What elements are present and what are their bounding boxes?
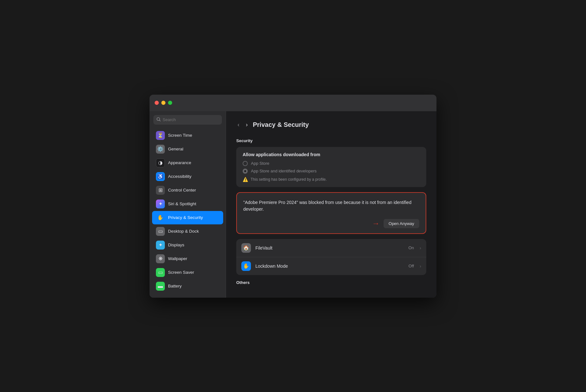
sidebar-item-displays[interactable]: ✦Displays: [152, 238, 223, 252]
main-content: ‹ › Privacy & Security Security Allow ap…: [226, 111, 436, 298]
radio-app-store-identified-label: App Store and identified developers: [251, 169, 317, 173]
close-button[interactable]: [155, 101, 159, 105]
minimize-button[interactable]: [161, 101, 165, 105]
lockdown-mode-icon: ✋: [241, 261, 251, 271]
sidebar-icon-general: ⚙️: [156, 145, 165, 154]
radio-app-store-circle[interactable]: [243, 161, 248, 166]
search-icon: [157, 117, 161, 123]
sidebar-label-appearance: Appearance: [168, 160, 191, 165]
radio-app-store-label: App Store: [251, 161, 269, 166]
sidebar-icon-battery: ▬: [156, 282, 165, 291]
sidebar: ⏳Screen Time⚙️General◑Appearance♿Accessi…: [150, 111, 226, 298]
radio-app-store[interactable]: App Store: [243, 161, 420, 166]
sidebar-item-battery[interactable]: ▬Battery: [152, 279, 223, 293]
sidebar-label-screen-time: Screen Time: [168, 133, 192, 138]
maximize-button[interactable]: [168, 101, 172, 105]
sidebar-label-desktop-dock: Desktop & Dock: [168, 229, 199, 234]
sidebar-item-siri-spotlight[interactable]: ✦Siri & Spotlight: [152, 197, 223, 211]
page-title: Privacy & Security: [253, 121, 309, 128]
blocked-app-message: "Adobe Premiere Pro 2024" was blocked fr…: [243, 199, 419, 213]
sidebar-icon-displays: ✦: [156, 241, 165, 250]
sidebar-icon-screen-saver: ▭: [156, 268, 165, 277]
sidebar-item-screen-time[interactable]: ⏳Screen Time: [152, 129, 223, 142]
sidebar-item-screen-saver[interactable]: ▭Screen Saver: [152, 266, 223, 279]
lockdown-mode-chevron: ›: [420, 264, 421, 269]
sidebar-item-privacy-security[interactable]: ✋Privacy & Security: [152, 211, 223, 224]
sidebar-icon-screen-time: ⏳: [156, 131, 165, 140]
svg-line-1: [159, 120, 160, 121]
sidebar-item-appearance[interactable]: ◑Appearance: [152, 156, 223, 170]
sidebar-label-control-center: Control Center: [168, 188, 196, 192]
back-arrow[interactable]: ‹: [236, 120, 241, 129]
sidebar-label-accessibility: Accessibility: [168, 174, 192, 179]
radio-app-store-identified-circle[interactable]: [243, 169, 248, 174]
arrow-indicator-icon: →: [372, 219, 380, 228]
profile-warning-text: This setting has been configured by a pr…: [251, 177, 327, 182]
search-input[interactable]: [163, 117, 219, 122]
sidebar-icon-desktop-dock: ▭: [156, 227, 165, 236]
forward-arrow[interactable]: ›: [245, 120, 249, 129]
sidebar-icon-siri-spotlight: ✦: [156, 200, 165, 208]
sidebar-label-siri-spotlight: Siri & Spotlight: [168, 201, 196, 206]
sidebar-item-desktop-dock[interactable]: ▭Desktop & Dock: [152, 225, 223, 238]
sidebar-item-wallpaper[interactable]: ❋Wallpaper: [152, 252, 223, 265]
warning-icon: ⚠️: [243, 177, 248, 182]
nav-header: ‹ › Privacy & Security: [236, 120, 426, 129]
lockdown-mode-row[interactable]: ✋ Lockdown Mode Off ›: [236, 257, 426, 275]
filevault-label: FileVault: [255, 245, 404, 250]
sidebar-label-privacy-security: Privacy & Security: [168, 215, 203, 220]
sidebar-items: ⏳Screen Time⚙️General◑Appearance♿Accessi…: [150, 128, 226, 293]
sidebar-label-general: General: [168, 147, 183, 151]
allow-downloads-title: Allow applications downloaded from: [243, 152, 420, 157]
allow-downloads-card: Allow applications downloaded from App S…: [236, 147, 426, 187]
filevault-row[interactable]: 🏠 FileVault On ›: [236, 239, 426, 257]
sidebar-label-displays: Displays: [168, 243, 184, 247]
search-bar[interactable]: [153, 115, 222, 125]
sidebar-item-control-center[interactable]: ⊞Control Center: [152, 184, 223, 197]
lockdown-mode-label: Lockdown Mode: [255, 264, 404, 269]
security-settings-card: 🏠 FileVault On › ✋ Lockdown Mode Off ›: [236, 239, 426, 275]
filevault-icon: 🏠: [241, 243, 251, 253]
sidebar-label-wallpaper: Wallpaper: [168, 256, 187, 261]
others-section-title: Others: [236, 280, 426, 285]
sidebar-item-accessibility[interactable]: ♿Accessibility: [152, 170, 223, 183]
sidebar-icon-wallpaper: ❋: [156, 254, 165, 263]
settings-window: ⏳Screen Time⚙️General◑Appearance♿Accessi…: [150, 95, 436, 298]
sidebar-icon-privacy-security: ✋: [156, 213, 165, 222]
radio-app-store-identified[interactable]: App Store and identified developers: [243, 169, 420, 174]
sidebar-icon-accessibility: ♿: [156, 172, 165, 181]
profile-warning: ⚠️ This setting has been configured by a…: [243, 177, 420, 182]
window-body: ⏳Screen Time⚙️General◑Appearance♿Accessi…: [150, 111, 436, 298]
sidebar-label-battery: Battery: [168, 284, 182, 288]
sidebar-icon-appearance: ◑: [156, 158, 165, 167]
sidebar-item-general[interactable]: ⚙️General: [152, 142, 223, 156]
sidebar-icon-control-center: ⊞: [156, 186, 165, 195]
filevault-value: On: [408, 245, 414, 250]
open-anyway-button[interactable]: Open Anyway: [384, 219, 419, 228]
security-section-title: Security: [236, 138, 426, 143]
sidebar-label-screen-saver: Screen Saver: [168, 270, 194, 275]
lockdown-mode-value: Off: [408, 264, 414, 268]
traffic-lights: [155, 101, 172, 105]
blocked-app-card: "Adobe Premiere Pro 2024" was blocked fr…: [236, 192, 426, 234]
open-anyway-row: → Open Anyway: [243, 219, 419, 228]
titlebar: [150, 95, 436, 111]
filevault-chevron: ›: [420, 245, 421, 250]
